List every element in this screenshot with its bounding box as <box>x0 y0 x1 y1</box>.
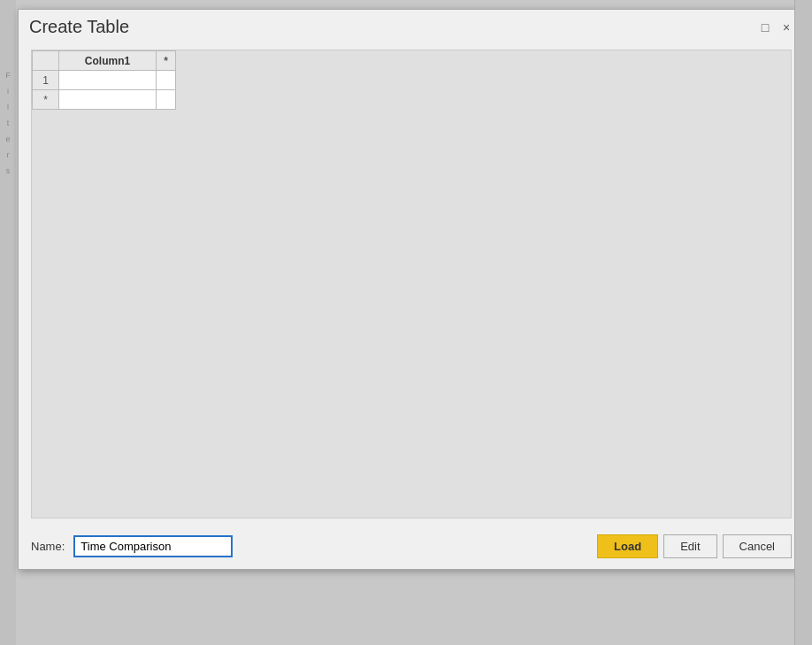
dialog-titlebar: Create Table □ × <box>19 10 804 41</box>
row-num-header <box>33 51 59 71</box>
load-button[interactable]: Load <box>597 534 658 558</box>
rowstar-col1-cell[interactable] <box>59 90 157 110</box>
dialog-window-controls: □ × <box>758 20 793 35</box>
minimize-button[interactable]: □ <box>758 20 772 35</box>
cancel-button[interactable]: Cancel <box>723 534 792 558</box>
backdrop: F i l t e r s Create Table □ × <box>0 0 812 645</box>
strip-text: s <box>6 166 11 175</box>
close-button[interactable]: × <box>779 20 793 35</box>
strip-text: i <box>7 87 9 96</box>
create-table-dialog: Create Table □ × Column1 * <box>18 9 805 570</box>
table-row: 1 <box>33 71 176 90</box>
dialog-title: Create Table <box>29 17 129 37</box>
left-panel: F i l t e r s <box>0 0 16 645</box>
footer-buttons: Load Edit Cancel <box>597 534 792 558</box>
row1-star-cell <box>157 71 176 90</box>
dialog-content: Column1 * 1 * <box>19 41 804 527</box>
strip-text: F <box>5 71 11 80</box>
row-number-star: * <box>33 90 59 110</box>
strip-text: e <box>5 134 10 143</box>
edit-button[interactable]: Edit <box>663 534 716 558</box>
star-column-header[interactable]: * <box>157 51 176 71</box>
table-row-new: * <box>33 90 176 110</box>
row1-col1-cell[interactable] <box>59 71 157 90</box>
dialog-footer: Name: Load Edit Cancel <box>19 527 804 569</box>
rowstar-star-cell <box>157 90 176 110</box>
right-panel <box>794 0 812 645</box>
strip-text: t <box>7 119 10 127</box>
data-table: Column1 * 1 * <box>32 50 176 110</box>
strip-text: l <box>7 103 9 111</box>
column1-header[interactable]: Column1 <box>59 51 157 71</box>
name-label: Name: <box>31 540 65 553</box>
row-number-1: 1 <box>33 71 59 90</box>
table-name-input[interactable] <box>73 535 233 557</box>
table-container[interactable]: Column1 * 1 * <box>31 50 792 518</box>
strip-text: r <box>7 150 10 159</box>
